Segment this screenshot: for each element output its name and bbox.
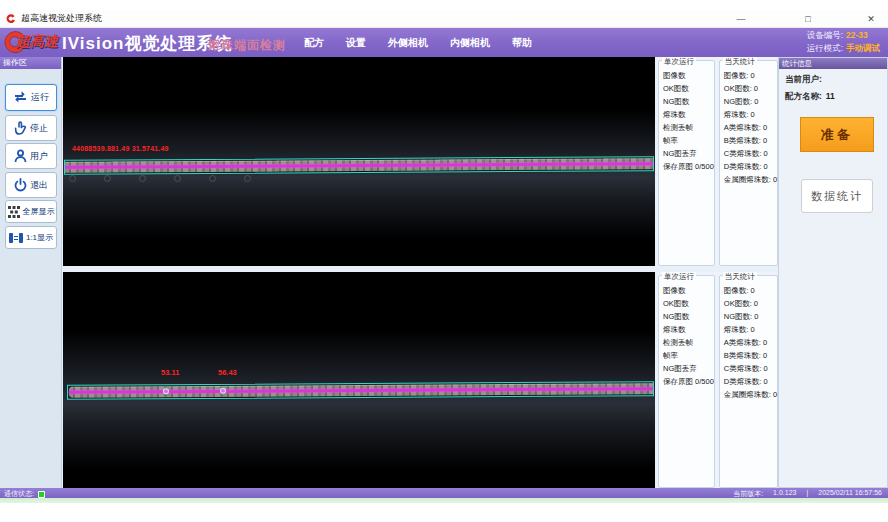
stat-row: OK图数	[663, 297, 714, 310]
stat-row: 检测丢帧	[663, 121, 714, 134]
daily-stats-title: 当天统计	[723, 57, 757, 67]
user-button-label: 用户	[30, 150, 48, 163]
stat-row: 熔珠数: 0	[724, 323, 777, 336]
device-number-value: 22-33	[846, 30, 868, 40]
window-titlebar: 超高速视觉处理系统 — □ ✕	[0, 10, 888, 28]
run-button[interactable]: 运行	[5, 84, 57, 111]
stat-row: 帧率	[663, 349, 714, 362]
one-to-one-button-label: 1:1显示	[26, 232, 53, 243]
window-title: 超高速视觉处理系统	[21, 12, 102, 25]
run-button-label: 运行	[31, 91, 49, 104]
app-title: IVision视觉处理系统	[62, 32, 232, 55]
stats-section-inner: 单次运行 图像数 OK图数 NG图数 熔珠数 检测丢帧 帧率 NG图丢弃 保存原…	[657, 272, 776, 488]
stat-row: OK图数: 0	[724, 82, 777, 95]
prepare-button[interactable]: 准备	[800, 117, 874, 152]
brand-logo-text: 超高速	[16, 33, 58, 51]
one-to-one-button[interactable]: 1:1显示	[5, 226, 57, 249]
app-window: 超高速视觉处理系统 — □ ✕ 超高速 IVision视觉处理系统 熔珠端面检测…	[0, 0, 888, 522]
user-button[interactable]: 用户	[5, 143, 57, 169]
detection-bounding-box	[64, 156, 654, 175]
stop-button[interactable]: 停止	[5, 115, 57, 141]
run-cycle-icon	[13, 91, 28, 104]
stat-row: D类熔珠数: 0	[724, 375, 777, 388]
daily-stats-title: 当天统计	[723, 272, 757, 282]
current-user-label: 当前用户:	[785, 74, 822, 84]
stat-row: 金属圈熔珠数: 0	[724, 388, 777, 401]
stat-row: 保存原图 0/500	[663, 160, 714, 173]
daily-stats-groupbox: 当天统计 图像数: 0 OK图数: 0 NG图数: 0 熔珠数: 0 A类熔珠数…	[719, 60, 778, 266]
single-run-groupbox: 单次运行 图像数 OK图数 NG图数 熔珠数 检测丢帧 帧率 NG图丢弃 保存原…	[658, 275, 715, 488]
power-icon	[14, 178, 27, 192]
weld-strip	[63, 376, 655, 406]
fullscreen-button[interactable]: 全屏显示	[5, 200, 57, 223]
measurement-annotation: 44088539.881.49 31.5741.49	[72, 145, 169, 152]
close-button[interactable]: ✕	[856, 10, 886, 28]
daily-stats-groupbox: 当天统计 图像数: 0 OK图数: 0 NG图数: 0 熔珠数: 0 A类熔珠数…	[719, 275, 778, 488]
bead-measure-label: 53.11	[161, 368, 179, 377]
stat-row: 图像数	[663, 284, 714, 297]
run-mode-label: 运行模式:	[807, 43, 843, 53]
stat-row: 检测丢帧	[663, 336, 714, 349]
single-run-groupbox: 单次运行 图像数 OK图数 NG图数 熔珠数 检测丢帧 帧率 NG图丢弃 保存原…	[658, 60, 715, 266]
exit-button[interactable]: 退出	[5, 172, 57, 198]
app-subtitle: 熔珠端面检测	[208, 37, 286, 54]
stat-row: B类熔珠数: 0	[724, 134, 777, 147]
one-to-one-icon	[9, 232, 23, 244]
single-run-title: 单次运行	[662, 57, 696, 67]
maximize-button[interactable]: □	[793, 10, 823, 28]
app-logo-icon	[6, 14, 16, 24]
stat-row: 图像数: 0	[724, 69, 777, 82]
menu-bar: 配方 设置 外侧相机 内侧相机 帮助	[300, 28, 536, 57]
menu-settings[interactable]: 设置	[342, 34, 370, 52]
stat-row: 熔珠数	[663, 108, 714, 121]
stop-button-label: 停止	[30, 122, 48, 135]
stat-row: 图像数: 0	[724, 284, 777, 297]
sidebar-title: 操作区	[0, 57, 61, 69]
stat-row: OK图数	[663, 82, 714, 95]
stat-row: 图像数	[663, 69, 714, 82]
window-controls: — □ ✕	[638, 10, 888, 28]
app-header: 超高速 IVision视觉处理系统 熔珠端面检测 配方 设置 外侧相机 内侧相机…	[0, 28, 888, 57]
minimize-button[interactable]: —	[726, 10, 756, 28]
statistics-info-title: 统计信息	[779, 58, 887, 69]
stat-row: NG图丢弃	[663, 147, 714, 160]
stat-row: NG图数: 0	[724, 310, 777, 323]
stat-row: NG图数: 0	[724, 95, 777, 108]
stat-row: A类熔珠数: 0	[724, 121, 777, 134]
stat-row: 金属圈熔珠数: 0	[724, 173, 777, 186]
user-icon	[14, 149, 27, 163]
recipe-name-label: 配方名称:	[785, 91, 822, 101]
stat-row: OK图数: 0	[724, 297, 777, 310]
statistics-info-panel: 统计信息 当前用户: 配方名称:11 准备 数据统计	[778, 57, 888, 488]
menu-outer-camera[interactable]: 外侧相机	[384, 34, 432, 52]
stat-row: C类熔珠数: 0	[724, 362, 777, 375]
comm-status-indicator	[38, 491, 45, 498]
detection-bounding-box	[67, 381, 654, 400]
bead-marker-row	[69, 175, 251, 182]
outer-camera-viewport[interactable]: 44088539.881.49 31.5741.49	[63, 57, 655, 266]
fullscreen-button-label: 全屏显示	[23, 206, 55, 217]
device-number-label: 设备编号:	[807, 30, 843, 40]
stat-row: A类熔珠数: 0	[724, 336, 777, 349]
stat-row: NG图丢弃	[663, 362, 714, 375]
stat-row: NG图数	[663, 95, 714, 108]
fullscreen-grid-icon	[8, 206, 20, 218]
recipe-name-value: 11	[826, 91, 835, 101]
menu-help[interactable]: 帮助	[508, 34, 536, 52]
stat-row: NG图数	[663, 310, 714, 323]
stats-section-outer: 单次运行 图像数 OK图数 NG图数 熔珠数 检测丢帧 帧率 NG图丢弃 保存原…	[657, 57, 776, 266]
data-statistics-button[interactable]: 数据统计	[801, 179, 873, 213]
inner-camera-viewport[interactable]: 53.11 56.43	[63, 272, 655, 488]
bead-measure-label: 56.43	[218, 368, 237, 377]
main-area: 操作区 运行 停止 用户 退出 全屏显示	[0, 57, 888, 488]
menu-recipe[interactable]: 配方	[300, 34, 328, 52]
stat-row: C类熔珠数: 0	[724, 147, 777, 160]
stat-row: D类熔珠数: 0	[724, 160, 777, 173]
stat-row: 帧率	[663, 134, 714, 147]
menu-inner-camera[interactable]: 内侧相机	[446, 34, 494, 52]
run-mode-value: 手动调试	[846, 43, 880, 53]
hand-stop-icon	[14, 121, 27, 135]
operation-sidebar: 操作区 运行 停止 用户 退出 全屏显示	[0, 57, 62, 488]
bottom-accent-strip	[0, 498, 888, 503]
stat-row: 熔珠数: 0	[724, 108, 777, 121]
